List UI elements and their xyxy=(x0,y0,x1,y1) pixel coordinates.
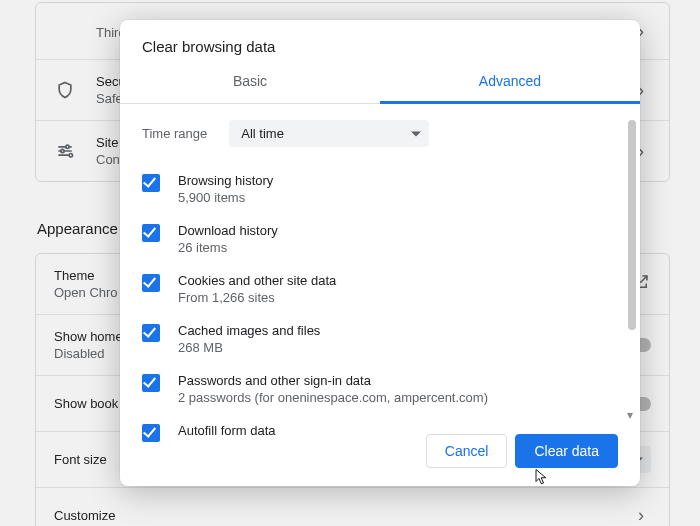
cache-row[interactable]: Cached images and files 268 MB xyxy=(142,315,618,365)
cache-sub: 268 MB xyxy=(178,340,320,355)
cache-checkbox[interactable] xyxy=(142,324,160,342)
browsing-history-title: Browsing history xyxy=(178,173,273,188)
tab-advanced[interactable]: Advanced xyxy=(380,63,640,104)
scrollbar-thumb[interactable] xyxy=(628,120,636,330)
browsing-history-checkbox[interactable] xyxy=(142,174,160,192)
cursor-icon xyxy=(534,468,550,486)
cache-title: Cached images and files xyxy=(178,323,320,338)
dialog-tabs: Basic Advanced xyxy=(120,63,640,104)
download-history-sub: 26 items xyxy=(178,240,278,255)
clear-data-button[interactable]: Clear data xyxy=(515,434,618,468)
time-range-row: Time range All time xyxy=(142,120,618,147)
dialog-body: ▾ Time range All time Browsing history 5… xyxy=(120,104,640,424)
cookies-sub: From 1,266 sites xyxy=(178,290,336,305)
cancel-button[interactable]: Cancel xyxy=(426,434,508,468)
passwords-title: Passwords and other sign-in data xyxy=(178,373,488,388)
browsing-history-row[interactable]: Browsing history 5,900 items xyxy=(142,165,618,215)
dialog-title: Clear browsing data xyxy=(120,20,640,63)
time-range-value: All time xyxy=(241,126,284,141)
browsing-history-sub: 5,900 items xyxy=(178,190,273,205)
passwords-row[interactable]: Passwords and other sign-in data 2 passw… xyxy=(142,365,618,415)
time-range-select[interactable]: All time xyxy=(229,120,429,147)
download-history-title: Download history xyxy=(178,223,278,238)
scrollbar-down-arrow[interactable]: ▾ xyxy=(624,408,636,422)
cookies-title: Cookies and other site data xyxy=(178,273,336,288)
passwords-sub: 2 passwords (for oneninespace.com, amper… xyxy=(178,390,488,405)
dialog-actions: Cancel Clear data xyxy=(120,424,640,486)
clear-browsing-data-dialog: Clear browsing data Basic Advanced ▾ Tim… xyxy=(120,20,640,486)
download-history-checkbox[interactable] xyxy=(142,224,160,242)
chevron-down-icon xyxy=(411,131,421,136)
cookies-row[interactable]: Cookies and other site data From 1,266 s… xyxy=(142,265,618,315)
cookies-checkbox[interactable] xyxy=(142,274,160,292)
passwords-checkbox[interactable] xyxy=(142,374,160,392)
download-history-row[interactable]: Download history 26 items xyxy=(142,215,618,265)
time-range-label: Time range xyxy=(142,126,207,141)
tab-basic[interactable]: Basic xyxy=(120,63,380,103)
